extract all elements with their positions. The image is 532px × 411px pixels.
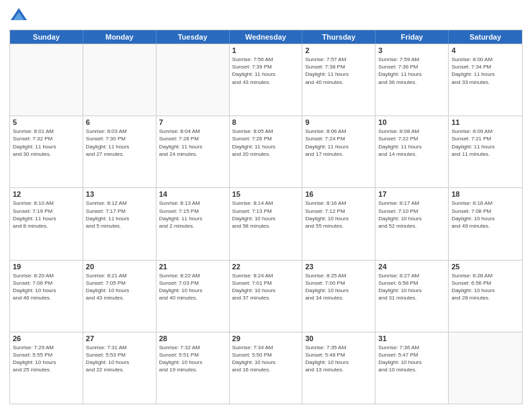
day-header-friday: Friday [375,30,449,44]
week-row-3: 12Sunrise: 8:10 AM Sunset: 7:19 PM Dayli… [10,187,522,259]
day-number: 12 [13,190,80,198]
day-number: 15 [232,190,300,198]
day-cell: 25Sunrise: 8:28 AM Sunset: 6:56 PM Dayli… [449,261,522,332]
day-info: Sunrise: 7:59 AM Sunset: 7:36 PM Dayligh… [378,56,445,86]
day-number: 11 [451,118,519,126]
day-number: 28 [159,334,226,342]
day-number: 9 [305,118,372,126]
day-cell: 21Sunrise: 8:22 AM Sunset: 7:03 PM Dayli… [157,261,230,332]
day-number: 16 [305,190,372,198]
day-info: Sunrise: 8:14 AM Sunset: 7:13 PM Dayligh… [232,199,300,230]
day-headers: SundayMondayTuesdayWednesdayThursdayFrid… [10,30,522,44]
day-number: 29 [232,334,300,342]
day-cell [10,44,83,116]
day-cell: 24Sunrise: 8:27 AM Sunset: 6:58 PM Dayli… [375,261,449,332]
logo-icon [9,7,28,26]
day-header-sunday: Sunday [10,30,83,44]
day-cell: 18Sunrise: 8:18 AM Sunset: 7:08 PM Dayli… [449,188,522,259]
day-cell: 20Sunrise: 8:21 AM Sunset: 7:05 PM Dayli… [83,261,157,332]
day-info: Sunrise: 7:35 AM Sunset: 5:48 PM Dayligh… [305,344,372,374]
week-row-4: 19Sunrise: 8:20 AM Sunset: 7:06 PM Dayli… [10,260,522,332]
day-info: Sunrise: 7:31 AM Sunset: 5:53 PM Dayligh… [86,344,153,374]
day-number: 14 [159,190,226,198]
day-number: 5 [13,118,80,126]
day-info: Sunrise: 8:12 AM Sunset: 7:17 PM Dayligh… [86,199,153,230]
day-info: Sunrise: 7:34 AM Sunset: 5:50 PM Dayligh… [232,344,300,374]
day-cell: 22Sunrise: 8:24 AM Sunset: 7:01 PM Dayli… [230,261,303,332]
day-cell: 8Sunrise: 8:05 AM Sunset: 7:26 PM Daylig… [230,116,303,187]
day-number: 20 [86,263,153,271]
day-cell: 23Sunrise: 8:25 AM Sunset: 7:00 PM Dayli… [302,261,375,332]
day-number: 7 [159,118,226,126]
day-number: 10 [378,118,445,126]
day-number: 2 [305,46,372,54]
logo [9,7,31,26]
day-info: Sunrise: 8:05 AM Sunset: 7:26 PM Dayligh… [232,128,300,158]
calendar: SundayMondayTuesdayWednesdayThursdayFrid… [9,30,523,404]
day-info: Sunrise: 8:17 AM Sunset: 7:10 PM Dayligh… [378,199,445,230]
day-info: Sunrise: 8:25 AM Sunset: 7:00 PM Dayligh… [305,272,372,302]
day-info: Sunrise: 8:24 AM Sunset: 7:01 PM Dayligh… [232,272,300,302]
day-info: Sunrise: 7:36 AM Sunset: 5:47 PM Dayligh… [378,344,445,374]
day-number: 22 [232,263,300,271]
day-header-thursday: Thursday [302,30,375,44]
day-cell [157,44,230,116]
day-info: Sunrise: 7:32 AM Sunset: 5:51 PM Dayligh… [159,344,226,374]
day-cell [449,332,522,404]
day-cell: 12Sunrise: 8:10 AM Sunset: 7:19 PM Dayli… [10,188,83,259]
day-info: Sunrise: 8:06 AM Sunset: 7:24 PM Dayligh… [305,128,372,158]
day-info: Sunrise: 8:04 AM Sunset: 7:28 PM Dayligh… [159,128,226,158]
day-cell [83,44,157,116]
week-row-1: 1Sunrise: 7:56 AM Sunset: 7:39 PM Daylig… [10,44,522,116]
day-info: Sunrise: 8:03 AM Sunset: 7:30 PM Dayligh… [86,128,153,158]
day-info: Sunrise: 8:20 AM Sunset: 7:06 PM Dayligh… [13,272,80,302]
day-number: 1 [232,46,300,54]
day-info: Sunrise: 8:13 AM Sunset: 7:15 PM Dayligh… [159,199,226,230]
day-cell: 28Sunrise: 7:32 AM Sunset: 5:51 PM Dayli… [157,332,230,404]
day-number: 31 [378,334,445,342]
day-info: Sunrise: 8:10 AM Sunset: 7:19 PM Dayligh… [13,199,80,230]
day-cell: 10Sunrise: 8:08 AM Sunset: 7:22 PM Dayli… [375,116,449,187]
day-cell: 27Sunrise: 7:31 AM Sunset: 5:53 PM Dayli… [83,332,157,404]
day-cell: 9Sunrise: 8:06 AM Sunset: 7:24 PM Daylig… [302,116,375,187]
day-cell: 29Sunrise: 7:34 AM Sunset: 5:50 PM Dayli… [230,332,303,404]
day-header-tuesday: Tuesday [157,30,230,44]
day-cell: 6Sunrise: 8:03 AM Sunset: 7:30 PM Daylig… [83,116,157,187]
day-cell: 15Sunrise: 8:14 AM Sunset: 7:13 PM Dayli… [230,188,303,259]
day-number: 25 [451,263,519,271]
day-header-monday: Monday [83,30,157,44]
day-number: 3 [378,46,445,54]
day-info: Sunrise: 8:00 AM Sunset: 7:34 PM Dayligh… [451,56,519,86]
day-number: 27 [86,334,153,342]
day-cell: 31Sunrise: 7:36 AM Sunset: 5:47 PM Dayli… [375,332,449,404]
day-number: 21 [159,263,226,271]
day-cell: 3Sunrise: 7:59 AM Sunset: 7:36 PM Daylig… [375,44,449,116]
day-cell: 14Sunrise: 8:13 AM Sunset: 7:15 PM Dayli… [157,188,230,259]
day-cell: 13Sunrise: 8:12 AM Sunset: 7:17 PM Dayli… [83,188,157,259]
day-cell: 1Sunrise: 7:56 AM Sunset: 7:39 PM Daylig… [230,44,303,116]
day-info: Sunrise: 7:29 AM Sunset: 5:55 PM Dayligh… [13,344,80,374]
week-row-5: 26Sunrise: 7:29 AM Sunset: 5:55 PM Dayli… [10,332,522,404]
day-number: 17 [378,190,445,198]
day-info: Sunrise: 8:22 AM Sunset: 7:03 PM Dayligh… [159,272,226,302]
header [9,7,523,26]
day-number: 19 [13,263,80,271]
day-info: Sunrise: 8:27 AM Sunset: 6:58 PM Dayligh… [378,272,445,302]
day-cell: 5Sunrise: 8:01 AM Sunset: 7:32 PM Daylig… [10,116,83,187]
day-number: 4 [451,46,519,54]
day-cell: 4Sunrise: 8:00 AM Sunset: 7:34 PM Daylig… [449,44,522,116]
day-number: 8 [232,118,300,126]
day-info: Sunrise: 8:18 AM Sunset: 7:08 PM Dayligh… [451,199,519,230]
day-cell: 19Sunrise: 8:20 AM Sunset: 7:06 PM Dayli… [10,261,83,332]
day-number: 6 [86,118,153,126]
day-info: Sunrise: 7:56 AM Sunset: 7:39 PM Dayligh… [232,56,300,86]
day-info: Sunrise: 8:28 AM Sunset: 6:56 PM Dayligh… [451,272,519,302]
day-cell: 2Sunrise: 7:57 AM Sunset: 7:38 PM Daylig… [302,44,375,116]
day-cell: 26Sunrise: 7:29 AM Sunset: 5:55 PM Dayli… [10,332,83,404]
day-info: Sunrise: 8:21 AM Sunset: 7:05 PM Dayligh… [86,272,153,302]
day-cell: 30Sunrise: 7:35 AM Sunset: 5:48 PM Dayli… [302,332,375,404]
day-cell: 17Sunrise: 8:17 AM Sunset: 7:10 PM Dayli… [375,188,449,259]
week-row-2: 5Sunrise: 8:01 AM Sunset: 7:32 PM Daylig… [10,116,522,187]
day-number: 23 [305,263,372,271]
day-info: Sunrise: 8:01 AM Sunset: 7:32 PM Dayligh… [13,128,80,158]
